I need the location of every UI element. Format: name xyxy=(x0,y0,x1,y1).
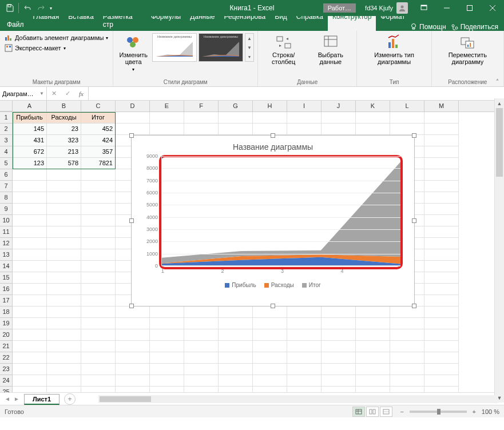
cell[interactable] xyxy=(287,352,322,364)
cell[interactable] xyxy=(81,249,116,261)
view-page-break-button[interactable] xyxy=(380,407,392,417)
cell[interactable] xyxy=(287,387,322,392)
column-header[interactable]: M xyxy=(424,101,459,112)
plot-area[interactable] xyxy=(161,156,400,266)
cell[interactable] xyxy=(287,306,322,318)
cell[interactable] xyxy=(13,295,47,306)
row-header[interactable]: 21 xyxy=(0,341,13,352)
sheet-nav-next[interactable]: ► xyxy=(13,396,21,402)
quick-layout-button[interactable]: Экспресс-макет ▾ xyxy=(3,43,109,53)
column-header[interactable]: F xyxy=(184,101,219,112)
cell[interactable] xyxy=(13,318,47,329)
cell[interactable] xyxy=(424,341,459,352)
cell[interactable] xyxy=(47,284,81,295)
cell[interactable] xyxy=(390,306,424,318)
resize-handle[interactable] xyxy=(412,218,416,223)
user-account[interactable]: fd34 Kjufy xyxy=(360,2,412,14)
cell[interactable] xyxy=(47,238,81,249)
cell[interactable] xyxy=(424,352,459,364)
cell[interactable] xyxy=(287,375,322,387)
cell[interactable] xyxy=(47,387,81,392)
cell[interactable] xyxy=(13,341,47,352)
cell[interactable] xyxy=(13,181,47,192)
cell[interactable] xyxy=(47,318,81,329)
row-header[interactable]: 15 xyxy=(0,272,13,284)
sheet-nav-prev[interactable]: ◄ xyxy=(3,396,11,402)
chart-style-1[interactable]: Название диаграммы xyxy=(152,33,197,62)
cell[interactable] xyxy=(424,226,459,238)
cell[interactable] xyxy=(81,318,116,329)
row-header[interactable]: 13 xyxy=(0,249,13,261)
cell[interactable] xyxy=(390,341,424,352)
cell[interactable] xyxy=(424,124,459,135)
cell[interactable]: Прибыль xyxy=(13,112,47,124)
row-header[interactable]: 1 xyxy=(0,112,13,124)
cell[interactable]: 23 xyxy=(47,124,81,135)
cell[interactable] xyxy=(81,226,116,238)
cell[interactable] xyxy=(424,181,459,192)
cell[interactable] xyxy=(356,375,390,387)
column-header[interactable]: E xyxy=(150,101,184,112)
cell[interactable] xyxy=(424,249,459,261)
cell[interactable] xyxy=(81,352,116,364)
cell[interactable]: 123 xyxy=(13,158,47,169)
column-header[interactable]: A xyxy=(13,101,47,112)
cell[interactable] xyxy=(424,204,459,215)
cell[interactable] xyxy=(116,364,150,375)
row-header[interactable]: 11 xyxy=(0,226,13,238)
move-chart-button[interactable]: Переместить диаграмму xyxy=(435,33,500,66)
cell[interactable]: 452 xyxy=(81,124,116,135)
cell[interactable] xyxy=(81,341,116,352)
scroll-up-button[interactable]: ▲ xyxy=(495,98,504,108)
namebox-dropdown-icon[interactable]: ▼ xyxy=(39,91,44,96)
chart-title[interactable]: Название диаграммы xyxy=(132,136,414,154)
gallery-down-button[interactable]: ▼ xyxy=(245,43,253,52)
cell[interactable] xyxy=(81,272,116,284)
cell[interactable] xyxy=(253,124,287,135)
cell[interactable] xyxy=(390,375,424,387)
cell[interactable] xyxy=(47,215,81,226)
cell[interactable] xyxy=(116,352,150,364)
select-all-corner[interactable] xyxy=(0,101,13,112)
row-header[interactable]: 23 xyxy=(0,364,13,375)
add-sheet-button[interactable]: + xyxy=(64,393,76,405)
legend-item[interactable]: Прибыль xyxy=(225,282,256,288)
cell[interactable] xyxy=(219,352,253,364)
cell[interactable] xyxy=(81,181,116,192)
cell[interactable] xyxy=(116,387,150,392)
cell[interactable]: 213 xyxy=(47,146,81,158)
column-header[interactable]: I xyxy=(287,101,322,112)
cell[interactable] xyxy=(287,124,322,135)
column-header[interactable]: K xyxy=(356,101,390,112)
cancel-formula-button[interactable]: ✕ xyxy=(47,87,61,100)
save-button[interactable] xyxy=(3,2,16,14)
cell[interactable] xyxy=(116,112,150,124)
row-header[interactable]: 3 xyxy=(0,135,13,146)
select-data-button[interactable]: Выбрать данные xyxy=(308,33,353,66)
row-header[interactable]: 25 xyxy=(0,387,13,392)
cell[interactable] xyxy=(390,112,424,124)
row-header[interactable]: 10 xyxy=(0,215,13,226)
cell[interactable] xyxy=(150,306,184,318)
cell[interactable]: 672 xyxy=(13,146,47,158)
cell[interactable] xyxy=(81,375,116,387)
cell[interactable] xyxy=(150,387,184,392)
cell[interactable] xyxy=(13,261,47,272)
change-colors-button[interactable]: Изменить цвета▾ xyxy=(117,33,150,74)
view-normal-button[interactable] xyxy=(352,407,365,417)
cell[interactable] xyxy=(219,124,253,135)
column-header[interactable]: L xyxy=(390,101,424,112)
cell[interactable] xyxy=(184,306,219,318)
cell[interactable] xyxy=(253,318,287,329)
cell[interactable] xyxy=(13,387,47,392)
legend-item[interactable]: Расходы xyxy=(264,282,294,288)
cell[interactable] xyxy=(356,341,390,352)
minimize-button[interactable] xyxy=(435,0,458,16)
cell[interactable] xyxy=(219,112,253,124)
cell[interactable] xyxy=(287,341,322,352)
cell[interactable] xyxy=(13,272,47,284)
cell[interactable] xyxy=(184,329,219,341)
sheet-tab-active[interactable]: Лист1 xyxy=(24,394,59,405)
cell[interactable] xyxy=(322,124,356,135)
ribbon-options-button[interactable] xyxy=(412,0,435,16)
